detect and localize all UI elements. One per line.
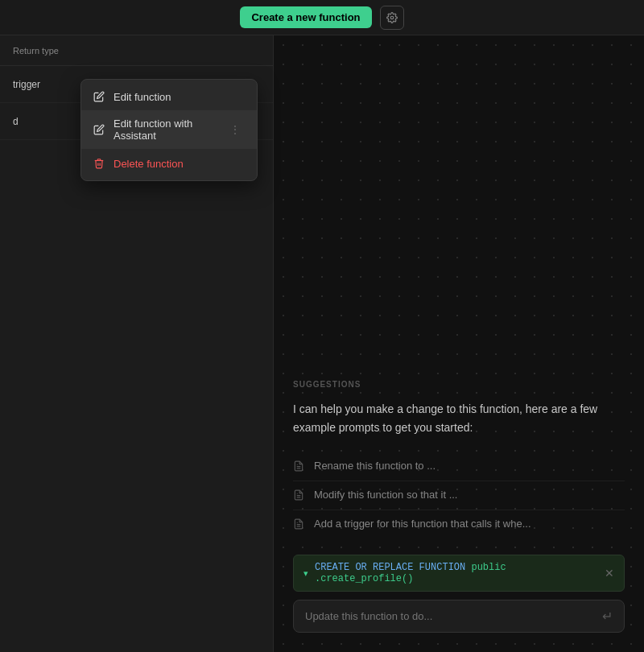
suggestion-item-2[interactable]: Modify this function so that it ... — [293, 481, 625, 510]
right-panel: SUGGESTIONS I can help you make a change… — [274, 35, 644, 652]
col-return-type: Return type — [13, 46, 260, 56]
code-line2: .create_profile() — [315, 573, 413, 584]
suggestions-area: SUGGESTIONS I can help you make a change… — [274, 35, 644, 555]
edit-ai-icon — [93, 123, 105, 136]
create-function-button[interactable]: Create a new function — [240, 6, 371, 28]
menu-item-delete-function[interactable]: Delete function — [81, 150, 257, 177]
code-text: CREATE OR REPLACE FUNCTION public .creat… — [315, 562, 605, 584]
settings-icon-button[interactable] — [380, 6, 404, 30]
suggestion-item-3[interactable]: Add a trigger for this function that cal… — [293, 510, 625, 539]
enter-icon: ↵ — [602, 609, 613, 624]
top-bar: Create a new function — [0, 0, 644, 35]
doc-icon-1 — [293, 460, 306, 473]
code-bar-left: ▾ CREATE OR REPLACE FUNCTION public .cre… — [303, 562, 605, 584]
function-update-input[interactable] — [305, 610, 602, 622]
menu-item-edit-function[interactable]: Edit function — [81, 83, 257, 110]
trash-icon — [93, 157, 105, 170]
suggestions-intro: I can help you make a change to this fun… — [293, 400, 625, 436]
input-area[interactable]: ↵ — [293, 600, 625, 633]
doc-icon-2 — [293, 489, 306, 502]
suggestion-text-1: Rename this function to ... — [314, 460, 436, 472]
suggestion-text-2: Modify this function so that it ... — [314, 489, 457, 501]
code-bar: ▾ CREATE OR REPLACE FUNCTION public .cre… — [293, 555, 625, 592]
column-headers: Return type — [0, 35, 273, 66]
left-panel: Return type trigger Definer ⋮ d Definer … — [0, 35, 274, 652]
edit-icon — [93, 90, 105, 103]
menu-item-edit-function-label: Edit function — [114, 91, 171, 103]
close-code-button[interactable]: ✕ — [605, 567, 614, 580]
chevron-icon: ▾ — [303, 568, 308, 579]
menu-item-edit-function-assistant-label: Edit function with Assistant — [114, 118, 217, 142]
suggestion-item-1[interactable]: Rename this function to ... — [293, 452, 625, 481]
suggestion-text-3: Add a trigger for this function that cal… — [314, 518, 531, 530]
context-menu: Edit function Edit function with Assista… — [80, 79, 258, 181]
menu-item-edit-function-assistant[interactable]: Edit function with Assistant ⋮ — [81, 110, 257, 149]
code-line1: CREATE OR REPLACE FUNCTION public — [315, 562, 506, 573]
menu-item-delete-function-label: Delete function — [114, 158, 184, 170]
suggestions-label: SUGGESTIONS — [293, 380, 625, 389]
svg-point-0 — [390, 16, 394, 19]
doc-icon-3 — [293, 518, 306, 531]
assistant-menu-btn[interactable]: ⋮ — [225, 121, 246, 138]
